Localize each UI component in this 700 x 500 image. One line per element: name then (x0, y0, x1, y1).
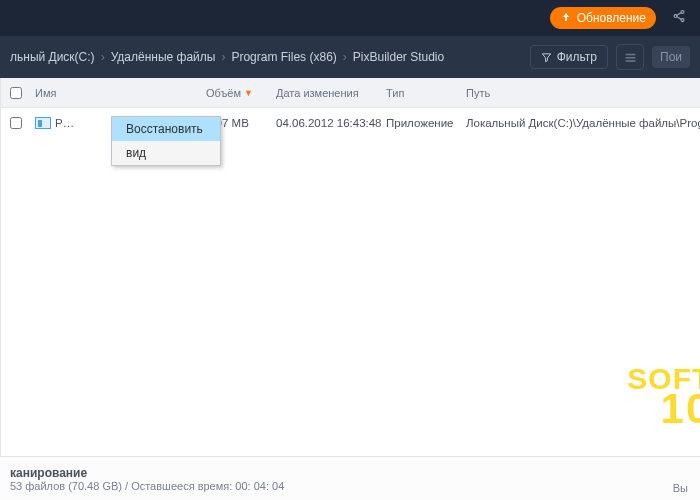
scan-progress: 53 файлов (70.48 GB) / Оставшееся время:… (10, 480, 690, 492)
file-type: Приложение (386, 117, 466, 129)
select-all-checkbox[interactable] (10, 87, 22, 99)
watermark: SOFT 10 (627, 367, 700, 426)
funnel-icon (541, 52, 552, 63)
list-icon (624, 51, 637, 64)
filter-button[interactable]: Фильтр (530, 45, 608, 69)
toolbar: льный Диск(C:) › Удалённые файлы › Progr… (0, 36, 700, 78)
column-path[interactable]: Путь (466, 87, 700, 99)
footer-right-text: Вы (673, 482, 688, 494)
column-name[interactable]: Имя (31, 87, 206, 99)
column-size[interactable]: Объём ▼ (206, 87, 276, 99)
table-header: Имя Объём ▼ Дата изменения Тип Путь (1, 78, 700, 108)
svg-rect-5 (625, 53, 635, 55)
search-input[interactable]: Пои (652, 46, 690, 68)
svg-rect-7 (625, 60, 635, 62)
svg-line-3 (677, 13, 682, 16)
filter-label: Фильтр (557, 50, 597, 64)
upgrade-icon (560, 12, 572, 24)
chevron-right-icon: › (101, 50, 105, 64)
view-list-button[interactable] (616, 44, 644, 70)
scan-title: канирование (10, 466, 690, 480)
chevron-right-icon: › (343, 50, 347, 64)
file-pane: Имя Объём ▼ Дата изменения Тип Путь P… 4… (1, 78, 700, 456)
breadcrumb-item[interactable]: Удалённые файлы (111, 50, 216, 64)
chevron-right-icon: › (221, 50, 225, 64)
upgrade-label: Обновление (577, 11, 646, 25)
column-date[interactable]: Дата изменения (276, 87, 386, 99)
table-row[interactable]: P… 4.07 MB 04.06.2012 16:43:48 Приложени… (1, 108, 700, 138)
breadcrumb-item[interactable]: Program Files (x86) (231, 50, 336, 64)
top-bar: Обновление (0, 0, 700, 36)
file-name: P… (55, 117, 74, 129)
sort-desc-icon: ▼ (244, 88, 253, 98)
context-menu: Восстановить вид (111, 116, 221, 166)
context-item-view[interactable]: вид (112, 141, 220, 165)
row-checkbox[interactable] (10, 117, 22, 129)
breadcrumb: льный Диск(C:) › Удалённые файлы › Progr… (10, 50, 522, 64)
status-bar: канирование 53 файлов (70.48 GB) / Остав… (0, 456, 700, 500)
breadcrumb-item[interactable]: льный Диск(C:) (10, 50, 95, 64)
svg-rect-6 (625, 56, 635, 58)
upgrade-button[interactable]: Обновление (550, 7, 656, 29)
column-type[interactable]: Тип (386, 87, 466, 99)
file-path: Локальный Диск(C:)\Удалённые файлы\Prog… (466, 117, 700, 129)
share-icon[interactable] (672, 9, 686, 27)
svg-line-4 (677, 17, 682, 20)
context-item-restore[interactable]: Восстановить (112, 117, 220, 141)
breadcrumb-item[interactable]: PixBuilder Studio (353, 50, 444, 64)
file-date: 04.06.2012 16:43:48 (276, 117, 386, 129)
executable-icon (35, 117, 51, 129)
